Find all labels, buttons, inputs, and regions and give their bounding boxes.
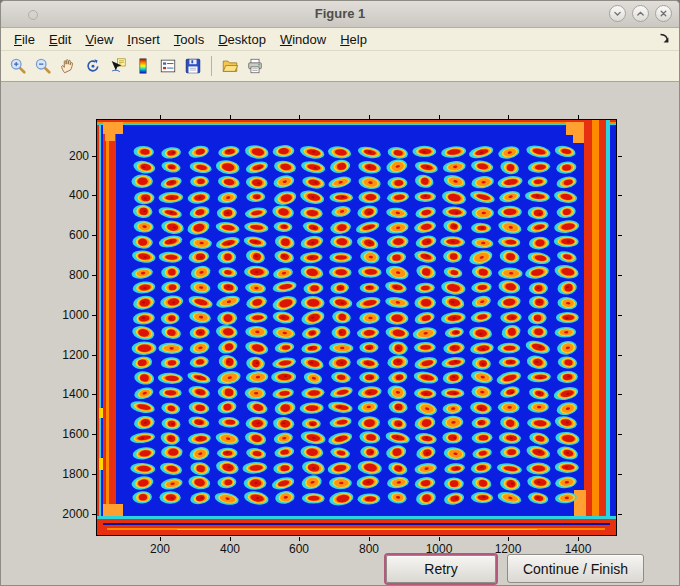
tick-mark: [618, 514, 622, 515]
chevron-up-icon: [634, 7, 647, 20]
pan-icon[interactable]: [57, 54, 79, 78]
rotate-3d-icon[interactable]: [82, 54, 104, 78]
scan-image: [97, 120, 616, 535]
tick-mark: [160, 537, 161, 541]
tick-mark: [618, 195, 622, 196]
tick-mark: [618, 235, 622, 236]
x-tick-label: 800: [347, 542, 391, 556]
zoom-in-icon[interactable]: [7, 54, 29, 78]
tick-mark: [618, 315, 622, 316]
dock-figure-icon[interactable]: [658, 32, 671, 48]
continue-finish-button[interactable]: Continue / Finish: [507, 554, 644, 583]
y-tick-label: 1400: [51, 387, 89, 401]
y-tick-label: 800: [51, 268, 89, 282]
insert-colorbar-icon[interactable]: [132, 54, 154, 78]
y-tick-label: 1600: [51, 427, 89, 441]
title-bar[interactable]: Figure 1: [1, 1, 679, 28]
tick-mark: [299, 537, 300, 541]
close-icon: [657, 7, 670, 20]
zoom-out-icon[interactable]: [32, 54, 54, 78]
menu-item-file[interactable]: File: [7, 30, 42, 49]
open-file-icon[interactable]: [219, 54, 241, 78]
y-tick-label: 1800: [51, 467, 89, 481]
close-button[interactable]: [655, 5, 672, 22]
y-tick-label: 400: [51, 188, 89, 202]
retry-button[interactable]: Retry: [386, 555, 496, 583]
window-title: Figure 1: [1, 6, 679, 21]
menu-item-tools[interactable]: Tools: [167, 30, 211, 49]
x-tick-label: 600: [277, 542, 321, 556]
tick-mark: [578, 537, 579, 541]
toolbar-separator: [211, 56, 212, 76]
tick-mark: [508, 537, 509, 541]
maximize-button[interactable]: [632, 5, 649, 22]
figure-canvas-area: 2004006008001000120014002004006008001000…: [1, 82, 679, 586]
window-controls: [609, 5, 672, 22]
x-tick-label: 400: [208, 542, 252, 556]
print-figure-icon[interactable]: [244, 54, 266, 78]
tick-mark: [618, 156, 622, 157]
tick-mark: [618, 355, 622, 356]
tick-mark: [618, 275, 622, 276]
tick-mark: [618, 474, 622, 475]
plot-box: [96, 119, 617, 536]
insert-legend-icon[interactable]: [157, 54, 179, 78]
menu-bar: FileEditViewInsertToolsDesktopWindowHelp: [1, 28, 679, 51]
y-tick-label: 1000: [51, 308, 89, 322]
tick-mark: [618, 434, 622, 435]
y-tick-label: 1200: [51, 348, 89, 362]
tick-mark: [230, 537, 231, 541]
tick-mark: [369, 537, 370, 541]
menu-item-view[interactable]: View: [78, 30, 120, 49]
menu-item-desktop[interactable]: Desktop: [211, 30, 273, 49]
menu-item-help[interactable]: Help: [333, 30, 374, 49]
menu-items: FileEditViewInsertToolsDesktopWindowHelp: [7, 30, 374, 49]
menu-item-insert[interactable]: Insert: [120, 30, 167, 49]
toolbar-buttons: [7, 54, 266, 78]
y-tick-label: 2000: [51, 507, 89, 521]
tick-mark: [439, 537, 440, 541]
toolbar: [1, 51, 679, 82]
tick-mark: [618, 394, 622, 395]
menu-item-edit[interactable]: Edit: [42, 30, 78, 49]
data-cursor-icon[interactable]: [107, 54, 129, 78]
chevron-down-icon: [611, 7, 624, 20]
minimize-button[interactable]: [609, 5, 626, 22]
menu-item-window[interactable]: Window: [273, 30, 333, 49]
x-tick-label: 200: [138, 542, 182, 556]
figure-window: Figure 1 FileEditViewInsertToolsDesktopW…: [0, 0, 680, 586]
y-tick-label: 200: [51, 149, 89, 163]
y-tick-label: 600: [51, 228, 89, 242]
save-figure-icon[interactable]: [182, 54, 204, 78]
x-tick-label: 1000: [417, 542, 461, 556]
